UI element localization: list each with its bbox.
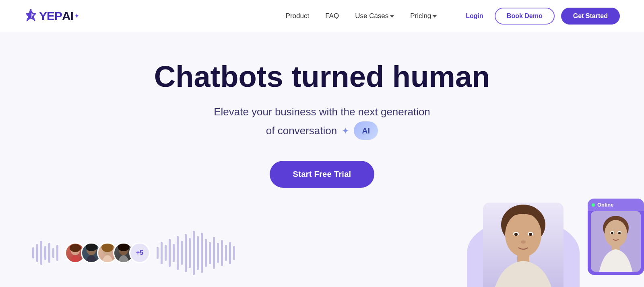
nav-link-faq[interactable]: FAQ [325,12,339,20]
svg-point-18 [605,220,627,247]
wave-bar [229,242,231,264]
wave-bar [181,241,183,265]
wave-bar [209,242,211,264]
online-badge: Online [588,199,644,211]
online-dot-icon [592,203,595,207]
wave-bar [185,234,187,272]
wave-bar [201,233,203,273]
wave-bar [221,240,223,266]
svg-point-13 [514,233,518,236]
wave-bar [36,244,38,262]
logo[interactable]: ⯪ YEP AI ✦ [24,8,79,23]
wave-bar [56,245,58,261]
wave-bar [225,245,227,261]
wave-bar [233,246,235,260]
wave-bar [205,239,207,267]
start-trial-button[interactable]: Start Free Trial [270,161,375,188]
hero-subtitle: Elevate your business with the next gene… [214,104,430,140]
nav-item-faq[interactable]: FAQ [325,12,339,20]
svg-point-5 [101,242,114,252]
logo-star-icon: ✦ [74,12,79,20]
nav-item-use-cases[interactable]: Use Cases [355,12,394,20]
chevron-down-icon-pricing [433,15,437,18]
subtitle-line2-text: of conversation [266,123,337,139]
nav-link-product[interactable]: Product [286,12,310,20]
wave-bar [52,248,54,258]
login-button[interactable]: Login [461,9,488,23]
svg-point-23 [618,232,621,234]
wave-bar [189,238,191,268]
hero-subtitle-line1: Elevate your business with the next gene… [214,104,430,120]
wave-bar [40,241,42,265]
wave-bar [48,243,50,263]
wave-bar [177,236,179,270]
hero-title: Chatbots turned human [154,60,490,93]
wave-bar [165,245,167,261]
hero-section: Chatbots turned human Elevate your busin… [0,32,644,287]
wave-bar [197,236,199,270]
wave-bar [217,243,219,263]
svg-point-7 [118,243,129,251]
nav-links: Product FAQ Use Cases Pricing [286,12,437,20]
online-person-widget [591,211,641,272]
svg-point-14 [529,233,532,236]
nav-dropdown-pricing[interactable]: Pricing [410,12,437,20]
waveform-section: +5 [32,231,235,275]
waveform-right [157,231,235,275]
online-widget: Online [588,199,644,275]
avatars: +5 [65,242,150,263]
waveform-left [32,241,58,265]
logo-ai-text: AI [62,9,73,23]
svg-point-1 [70,244,81,252]
avatar-count: +5 [129,242,150,263]
wave-bar [32,247,34,258]
svg-point-3 [86,243,97,251]
nav-item-pricing[interactable]: Pricing [410,12,437,20]
book-demo-button[interactable]: Book Demo [495,8,555,25]
hero-right-images: Online [443,199,644,287]
wave-bar [161,242,163,264]
svg-point-15 [521,240,526,244]
svg-point-22 [611,232,613,234]
nav-dropdown-use-cases[interactable]: Use Cases [355,12,394,20]
svg-point-9 [505,213,541,257]
logo-yep-text: YEP [39,9,62,23]
navbar: ⯪ YEP AI ✦ Product FAQ Use Cases Pricing [0,0,644,32]
main-person-portrait [483,203,564,287]
wave-bar [213,237,215,269]
hero-subtitle-line2: of conversation ✦ AI [214,121,430,140]
get-started-button[interactable]: Get Started [561,8,620,25]
online-status-text: Online [597,202,613,208]
wave-bar [169,239,171,267]
wave-bar [44,246,46,260]
sparkle-icon: ✦ [342,124,349,137]
ai-badge: AI [354,121,378,140]
chevron-down-icon [390,15,394,18]
nav-item-product[interactable]: Product [286,12,310,20]
wave-bar [157,247,159,259]
wave-bar [193,231,195,275]
nav-actions: Login Book Demo Get Started [461,8,620,25]
wave-bar [173,244,175,262]
